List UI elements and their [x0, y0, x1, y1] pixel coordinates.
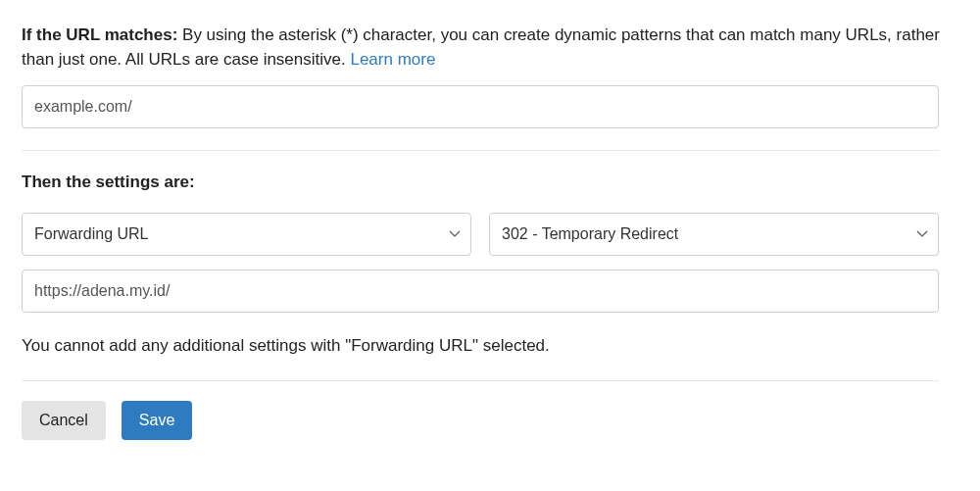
form-actions: Cancel Save [22, 401, 958, 440]
url-match-input[interactable] [22, 85, 939, 128]
learn-more-link[interactable]: Learn more [350, 50, 435, 69]
url-match-label: If the URL matches: [22, 25, 177, 44]
section-divider [22, 150, 939, 151]
redirect-type-select[interactable]: 302 - Temporary Redirect [489, 213, 939, 256]
forwarding-url-notice: You cannot add any additional settings w… [22, 334, 958, 359]
url-match-description: If the URL matches: By using the asteris… [22, 24, 958, 72]
page-rule-form: If the URL matches: By using the asteris… [0, 0, 980, 462]
setting-type-select[interactable]: Forwarding URL [22, 213, 471, 256]
destination-row [22, 270, 939, 313]
redirect-type-value: 302 - Temporary Redirect [502, 222, 678, 245]
section-divider [22, 380, 939, 381]
save-button[interactable]: Save [122, 401, 192, 440]
settings-heading: Then the settings are: [22, 171, 958, 195]
setting-type-value: Forwarding URL [34, 222, 148, 245]
chevron-down-icon [916, 228, 928, 240]
settings-row: Forwarding URL 302 - Temporary Redirect [22, 213, 939, 256]
destination-url-input[interactable] [22, 270, 939, 313]
cancel-button[interactable]: Cancel [22, 401, 106, 440]
chevron-down-icon [449, 228, 461, 240]
